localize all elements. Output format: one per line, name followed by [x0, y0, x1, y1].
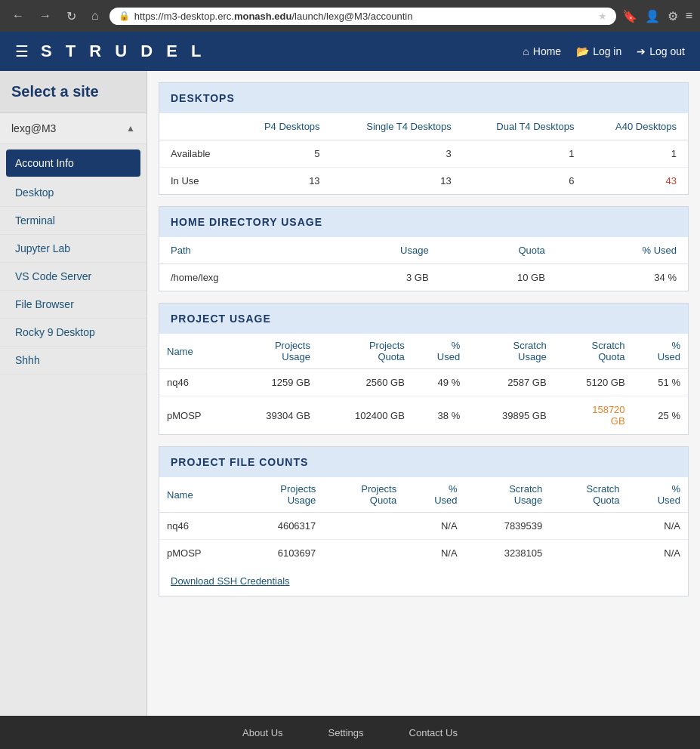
login-link[interactable]: 📂 Log in [576, 45, 621, 57]
table-row: /home/lexg 3 GB 10 GB 34 % [159, 264, 688, 291]
sidebar-item-rocky9[interactable]: Rocky 9 Desktop [0, 319, 146, 347]
project-usage-section: PROJECT USAGE Name ProjectsUsage Project… [159, 303, 689, 435]
address-bar[interactable]: 🔒 https://m3-desktop.erc.monash.edu/laun… [109, 8, 616, 25]
home-path: /home/lexg [159, 264, 322, 291]
desktops-col-dual-t4: Dual T4 Desktops [463, 113, 586, 140]
proj-row-nq46-pct: 49 % [412, 369, 467, 396]
pct-used-col: % Used [557, 237, 688, 264]
desktops-col-empty [159, 113, 236, 140]
home-icon: ⌂ [523, 45, 529, 57]
in-use-a40: 43 [585, 168, 688, 195]
usage-col: Usage [322, 237, 440, 264]
fc-row-nq46-scratch-usage: 7839539 [465, 513, 550, 540]
scratch-pct-col: %Used [633, 334, 688, 369]
proj-row-nq46-scratch-pct: 51 % [633, 369, 688, 396]
desktops-col-single-t4: Single T4 Desktops [331, 113, 463, 140]
sidebar-item-file-browser[interactable]: File Browser [0, 291, 146, 319]
site-name: lexg@M3 [11, 122, 56, 134]
proj-pct-col: %Used [412, 334, 467, 369]
project-usage-table-header: Name ProjectsUsage ProjectsQuota %Used S… [159, 334, 688, 369]
available-single-t4: 3 [331, 140, 463, 168]
fc-row-pmosp-scratch-quota [550, 540, 627, 567]
path-col: Path [159, 237, 322, 264]
about-link[interactable]: About Us [242, 727, 282, 738]
desktops-table: P4 Desktops Single T4 Desktops Dual T4 D… [159, 113, 688, 194]
browser-chrome: ← → ↻ ⌂ 🔒 https://m3-desktop.erc.monash.… [0, 0, 700, 32]
fc-row-nq46-proj-quota [323, 513, 404, 540]
home-pct: 34 % [557, 264, 688, 291]
proj-row-pmosp-scratch-pct: 25 % [633, 396, 688, 435]
menu-icon[interactable]: ≡ [686, 9, 692, 23]
available-label: Available [159, 140, 236, 168]
proj-row-nq46-scratch-usage: 2587 GB [467, 369, 554, 396]
sidebar-item-desktop[interactable]: Desktop [0, 179, 146, 207]
desktops-section: DESKTOPS P4 Desktops Single T4 Desktops … [159, 82, 689, 195]
scratch-usage-col: ScratchUsage [467, 334, 554, 369]
desktops-col-a40: A40 Desktops [585, 113, 688, 140]
chevron-up-icon: ▲ [126, 123, 135, 134]
contact-link[interactable]: Contact Us [409, 727, 458, 738]
settings-link[interactable]: Settings [328, 727, 364, 738]
logout-link[interactable]: ➔ Log out [637, 45, 685, 57]
table-row: pMOSP 6103697 N/A 3238105 N/A [159, 540, 688, 567]
hamburger-menu[interactable]: ☰ [15, 42, 29, 60]
proj-quota-col: ProjectsQuota [318, 334, 412, 369]
fc-scratch-pct-col: %Used [628, 477, 688, 513]
fc-row-nq46-scratch-quota [550, 513, 627, 540]
home-usage: 3 GB [322, 264, 440, 291]
home-link[interactable]: ⌂ Home [523, 45, 561, 57]
bookmark-icon[interactable]: ★ [598, 11, 607, 22]
proj-row-pmosp-usage: 39304 GB [231, 396, 317, 435]
quota-col: Quota [440, 237, 557, 264]
desktops-header: DESKTOPS [159, 83, 688, 113]
desktops-table-header: P4 Desktops Single T4 Desktops Dual T4 D… [159, 113, 688, 140]
extensions-icon[interactable]: ⚙ [668, 9, 678, 23]
download-ssh-link[interactable]: Download SSH Credentials [159, 566, 688, 596]
proj-name-col: Name [159, 334, 231, 369]
main-content: DESKTOPS P4 Desktops Single T4 Desktops … [147, 71, 700, 716]
pocket-icon[interactable]: 🔖 [622, 9, 637, 23]
sidebar-item-account-info[interactable]: Account Info [6, 149, 140, 177]
profile-icon[interactable]: 👤 [645, 9, 660, 23]
in-use-p4: 13 [236, 168, 331, 195]
footer: About Us Settings Contact Us [0, 716, 700, 749]
sidebar: Select a site lexg@M3 ▲ Account Info Des… [0, 71, 147, 716]
proj-row-nq46-usage: 1259 GB [231, 369, 317, 396]
available-a40: 1 [585, 140, 688, 168]
home-directory-table: Path Usage Quota % Used /home/lexg 3 GB … [159, 237, 688, 291]
fc-row-nq46-proj-usage: 4606317 [239, 513, 324, 540]
proj-row-nq46-name: nq46 [159, 369, 231, 396]
available-p4: 5 [236, 140, 331, 168]
scratch-quota-col: ScratchQuota [554, 334, 633, 369]
forward-button[interactable]: → [35, 8, 56, 24]
fc-proj-usage-col: ProjectsUsage [239, 477, 324, 513]
sidebar-menu: Account Info Desktop Terminal Jupyter La… [0, 144, 146, 378]
home-button[interactable]: ⌂ [87, 8, 103, 24]
main-layout: Select a site lexg@M3 ▲ Account Info Des… [0, 71, 700, 716]
table-row: Available 5 3 1 1 [159, 140, 688, 168]
project-usage-header: PROJECT USAGE [159, 304, 688, 334]
proj-row-nq46-quota: 2560 GB [318, 369, 412, 396]
fc-row-pmosp-name: pMOSP [159, 540, 239, 567]
home-directory-section: HOME DIRECTORY USAGE Path Usage Quota % … [159, 206, 689, 291]
sidebar-item-shhh[interactable]: Shhh [0, 347, 146, 374]
fc-row-nq46-pct: N/A [404, 513, 464, 540]
sidebar-item-vscode[interactable]: VS Code Server [0, 263, 146, 291]
logout-icon: ➔ [637, 45, 646, 57]
in-use-dual-t4: 6 [463, 168, 586, 195]
table-row: In Use 13 13 6 43 [159, 168, 688, 195]
project-file-counts-section: PROJECT FILE COUNTS Name ProjectsUsage P… [159, 446, 689, 596]
fc-row-pmosp-scratch-usage: 3238105 [465, 540, 550, 567]
sidebar-header: Select a site [0, 71, 146, 113]
fc-scratch-usage-col: ScratchUsage [465, 477, 550, 513]
available-dual-t4: 1 [463, 140, 586, 168]
site-selector[interactable]: lexg@M3 ▲ [0, 113, 146, 144]
refresh-button[interactable]: ↻ [62, 8, 81, 25]
sidebar-item-terminal[interactable]: Terminal [0, 207, 146, 235]
home-directory-table-header: Path Usage Quota % Used [159, 237, 688, 264]
back-button[interactable]: ← [8, 8, 29, 24]
proj-row-pmosp-pct: 38 % [412, 396, 467, 435]
proj-row-pmosp-quota: 102400 GB [318, 396, 412, 435]
fc-proj-quota-col: ProjectsQuota [323, 477, 404, 513]
sidebar-item-jupyter-lab[interactable]: Jupyter Lab [0, 235, 146, 263]
